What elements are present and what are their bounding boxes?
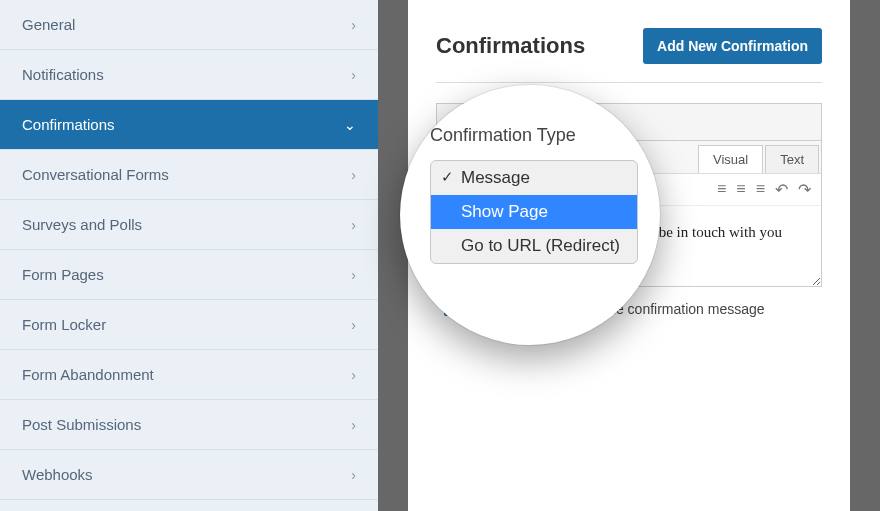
sidebar-item-label: Post Submissions — [22, 416, 141, 433]
sidebar-item-general[interactable]: General › — [0, 0, 378, 50]
chevron-right-icon: › — [351, 317, 356, 333]
chevron-right-icon: › — [351, 217, 356, 233]
sidebar-item-form-pages[interactable]: Form Pages › — [0, 250, 378, 300]
chevron-right-icon: › — [351, 167, 356, 183]
checkmark-icon: ✓ — [441, 168, 454, 186]
sidebar-item-form-abandonment[interactable]: Form Abandonment › — [0, 350, 378, 400]
settings-sidebar: General › Notifications › Confirmations … — [0, 0, 378, 511]
sidebar-item-conversational-forms[interactable]: Conversational Forms › — [0, 150, 378, 200]
panel-header: Confirmations Add New Confirmation — [436, 28, 822, 83]
align-left-icon[interactable]: ≡ — [717, 180, 726, 199]
sidebar-item-surveys-polls[interactable]: Surveys and Polls › — [0, 200, 378, 250]
redo-icon[interactable]: ↷ — [798, 180, 811, 199]
chevron-right-icon: › — [351, 467, 356, 483]
sidebar-item-label: Surveys and Polls — [22, 216, 142, 233]
align-right-icon[interactable]: ≡ — [756, 180, 765, 199]
align-center-icon[interactable]: ≡ — [736, 180, 745, 199]
sidebar-item-label: Confirmations — [22, 116, 115, 133]
dropdown-option-show-page[interactable]: Show Page — [431, 195, 637, 229]
chevron-right-icon: › — [351, 367, 356, 383]
add-new-confirmation-button[interactable]: Add New Confirmation — [643, 28, 822, 64]
confirmation-type-label: Confirmation Type — [430, 125, 636, 146]
dropdown-option-redirect[interactable]: Go to URL (Redirect) — [431, 229, 637, 263]
sidebar-item-label: Notifications — [22, 66, 104, 83]
tab-visual[interactable]: Visual — [698, 145, 763, 173]
sidebar-item-post-submissions[interactable]: Post Submissions › — [0, 400, 378, 450]
sidebar-item-label: Conversational Forms — [22, 166, 169, 183]
sidebar-item-form-locker[interactable]: Form Locker › — [0, 300, 378, 350]
sidebar-item-label: Form Locker — [22, 316, 106, 333]
sidebar-item-label: Form Abandonment — [22, 366, 154, 383]
sidebar-item-confirmations[interactable]: Confirmations ⌄ — [0, 100, 378, 150]
chevron-right-icon: › — [351, 17, 356, 33]
sidebar-item-webhooks[interactable]: Webhooks › — [0, 450, 378, 500]
chevron-right-icon: › — [351, 67, 356, 83]
confirmation-type-dropdown[interactable]: ✓ Message Show Page Go to URL (Redirect) — [430, 160, 638, 264]
dropdown-option-label: Go to URL (Redirect) — [461, 236, 620, 255]
dropdown-option-label: Message — [461, 168, 530, 187]
chevron-right-icon: › — [351, 267, 356, 283]
sidebar-item-label: Form Pages — [22, 266, 104, 283]
chevron-down-icon: ⌄ — [344, 117, 356, 133]
tab-text[interactable]: Text — [765, 145, 819, 173]
sidebar-item-label: Webhooks — [22, 466, 93, 483]
magnifier-overlay: Confirmation Type ✓ Message Show Page Go… — [400, 85, 660, 345]
dropdown-option-label: Show Page — [461, 202, 548, 221]
dropdown-option-message[interactable]: ✓ Message — [431, 161, 637, 195]
sidebar-item-notifications[interactable]: Notifications › — [0, 50, 378, 100]
sidebar-item-label: General — [22, 16, 75, 33]
page-title: Confirmations — [436, 33, 585, 59]
chevron-right-icon: › — [351, 417, 356, 433]
undo-icon[interactable]: ↶ — [775, 180, 788, 199]
